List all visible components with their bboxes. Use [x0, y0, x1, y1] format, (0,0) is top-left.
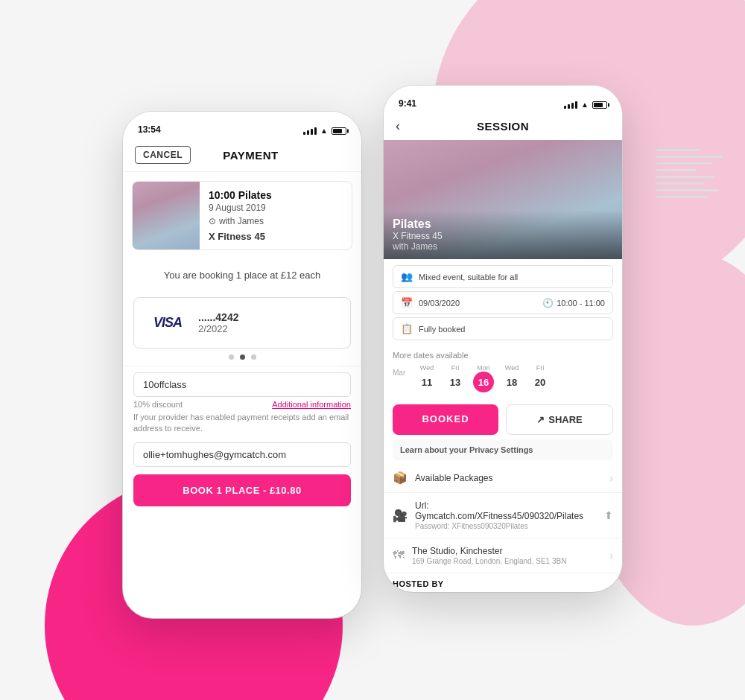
date-num-fri13: 13	[445, 372, 466, 392]
dates-label: More dates available	[393, 351, 613, 360]
event-time-wrap: 🕙 10:00 - 11:00	[542, 298, 605, 308]
session-hero-overlay: Pilates X Fitness 45 with James	[384, 210, 622, 259]
availability-text: Fully booked	[419, 325, 465, 334]
promo-code-input[interactable]	[133, 372, 351, 397]
receipt-text: If your provider has enabled payment rec…	[123, 409, 361, 438]
date-num-fri20: 20	[530, 372, 551, 392]
date-item-fri13[interactable]: Fri 13	[443, 364, 467, 392]
hero-trainer: with James	[393, 241, 613, 252]
payment-card-box[interactable]: VISA ......4242 2/2022	[133, 297, 351, 349]
hero-gym-name: X Fitness 45	[393, 231, 613, 241]
card-pagination	[123, 354, 361, 360]
packages-chevron: ›	[609, 472, 613, 484]
signal-bars	[303, 127, 317, 135]
session-time: 10:00 Pilates	[209, 189, 343, 201]
list-item-url: 🎥 Url: Gymcatch.com/XFitness45/090320/Pi…	[384, 493, 622, 538]
date-day-wed18: Wed	[505, 364, 519, 372]
signal-bar-r4	[575, 101, 577, 109]
phones-container: 13:54 ▲ CANCEL PAYMENT	[0, 0, 745, 700]
pilates-image	[133, 182, 200, 249]
wifi-icon-r: ▲	[581, 101, 589, 109]
date-item-fri20[interactable]: Fri 20	[528, 364, 552, 392]
dates-section: More dates available Mar Wed 11 Fri 13 M…	[384, 346, 622, 397]
card-number: ......4242	[198, 311, 238, 323]
list-item-packages[interactable]: 📦 Available Packages ›	[384, 463, 622, 493]
trainer-name: with James	[219, 216, 264, 226]
hero-class-name: Pilates	[393, 217, 613, 231]
promo-desc: 10% discount Additional information	[133, 400, 351, 409]
event-date: 09/03/2020	[419, 299, 460, 308]
video-icon: 🎥	[393, 509, 408, 523]
calendar-icon: 📅	[401, 297, 413, 308]
signal-bar-2	[307, 130, 309, 135]
card-dot-3	[251, 354, 256, 360]
info-row-date-time: 📅 09/03/2020 🕙 10:00 - 11:00	[393, 291, 613, 314]
status-time-right: 9:41	[399, 98, 416, 109]
dates-row: Mar Wed 11 Fri 13 Mon 16 Wed	[393, 364, 613, 392]
payment-phone: 13:54 ▲ CANCEL PAYMENT	[123, 112, 361, 618]
location-chevron: ›	[609, 550, 613, 561]
copy-icon[interactable]: ⬆	[604, 509, 613, 521]
session-trainer: ⊙ with James	[209, 216, 343, 226]
share-icon: ↗	[536, 414, 545, 425]
back-button[interactable]: ‹	[396, 118, 400, 134]
additional-info-link[interactable]: Additional information	[272, 400, 351, 409]
trainer-icon: ⊙	[209, 216, 216, 226]
month-label: Mar	[393, 364, 410, 377]
date-item-wed18[interactable]: Wed 18	[500, 364, 524, 392]
date-day-mon16: Mon	[477, 364, 490, 372]
date-day-fri20: Fri	[536, 364, 545, 372]
card-details: ......4242 2/2022	[198, 311, 238, 334]
session-card: 10:00 Pilates 9 August 2019 ⊙ with James…	[132, 181, 352, 250]
date-day-wed11: Wed	[420, 364, 434, 372]
cancel-button[interactable]: CANCEL	[135, 146, 191, 164]
signal-bars-r	[564, 101, 577, 109]
battery-icon	[332, 127, 346, 135]
card-dot-2	[240, 354, 245, 360]
session-hero: Pilates X Fitness 45 with James	[384, 140, 622, 259]
visa-logo: VISA	[149, 315, 186, 331]
visa-text: VISA	[153, 315, 182, 331]
signal-bar-3	[311, 129, 313, 135]
phone-notch-left	[194, 112, 291, 128]
location-content: The Studio, Kinchester 169 Grange Road, …	[412, 546, 602, 565]
url-content: Url: Gymcatch.com/XFitness45/090320/Pila…	[415, 500, 597, 530]
clipboard-icon: 📋	[401, 323, 413, 334]
signal-bar-4	[314, 127, 317, 135]
session-info-rows: 👥 Mixed event, suitable for all 📅 09/03/…	[384, 259, 622, 346]
session-nav-title: SESSION	[477, 120, 529, 133]
date-day-fri13: Fri	[451, 364, 460, 372]
location-icon: 🗺	[393, 549, 405, 562]
date-num-wed18: 18	[501, 372, 522, 392]
phone-notch-right	[454, 86, 551, 102]
privacy-banner: Learn about your Privacy Settings	[393, 439, 613, 460]
hosted-by-label: HOSTED BY	[384, 573, 622, 591]
wifi-icon: ▲	[320, 127, 328, 135]
booked-button[interactable]: BOOKED	[393, 404, 498, 435]
battery-fill-r	[594, 103, 603, 107]
date-item-wed11[interactable]: Wed 11	[415, 364, 439, 392]
share-button[interactable]: ↗ SHARE	[506, 404, 613, 435]
action-row: BOOKED ↗ SHARE	[393, 404, 613, 435]
date-num-mon16: 16	[473, 372, 494, 392]
info-row-availability: 📋 Fully booked	[393, 317, 613, 340]
status-time-left: 13:54	[138, 124, 161, 135]
session-gym: X Fitness 45	[209, 231, 343, 242]
battery-icon-r	[592, 101, 607, 109]
packages-title: Available Packages	[415, 473, 602, 483]
people-icon: 👥	[401, 271, 413, 282]
session-phone: 9:41 ▲ ‹ SESSION	[384, 86, 622, 592]
date-item-mon16[interactable]: Mon 16	[472, 364, 495, 392]
signal-bar-1	[303, 132, 305, 135]
payment-content: 10:00 Pilates 9 August 2019 ⊙ with James…	[123, 172, 361, 618]
divider-1	[123, 366, 361, 366]
book-button[interactable]: BOOK 1 PLACE - £10.80	[133, 474, 351, 506]
list-item-location[interactable]: 🗺 The Studio, Kinchester 169 Grange Road…	[384, 538, 622, 573]
session-card-info: 10:00 Pilates 9 August 2019 ⊙ with James…	[200, 182, 352, 249]
booking-summary: You are booking 1 place at £12 each	[123, 259, 361, 291]
signal-bar-r3	[571, 103, 574, 109]
signal-bar-r1	[564, 106, 566, 109]
url-password: Password: XFitness090320Pilates	[415, 522, 597, 530]
email-input[interactable]: ollie+tomhughes@gymcatch.com	[133, 442, 351, 467]
payment-nav: CANCEL PAYMENT	[123, 139, 361, 172]
